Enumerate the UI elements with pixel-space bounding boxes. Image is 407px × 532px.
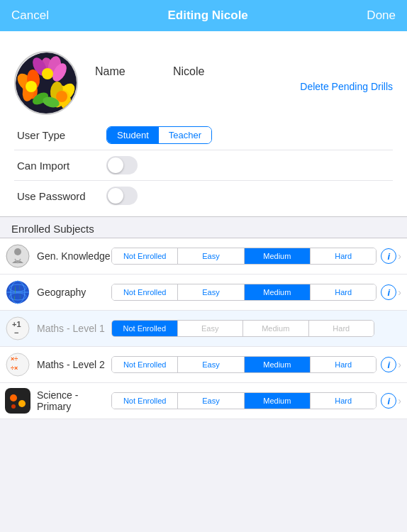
- maths-level2-icon: ×÷ ÷×: [4, 351, 31, 378]
- level-buttons[interactable]: Not EnrolledEasyMediumHard: [111, 284, 377, 301]
- delete-pending-drills-link[interactable]: Delete Pending Drills: [95, 81, 393, 92]
- user-type-label: User Type: [14, 129, 106, 141]
- info-button[interactable]: i: [381, 248, 396, 264]
- level-btn-hard[interactable]: Hard: [311, 393, 376, 409]
- form-section: User Type Student Teacher Can Import Use…: [14, 121, 393, 216]
- subjects-table: Gen. KnowledgeNot EnrolledEasyMediumHard…: [0, 238, 407, 419]
- use-password-row: Use Password: [14, 181, 393, 211]
- student-option[interactable]: Student: [107, 127, 159, 143]
- level-btn-not-enrolled[interactable]: Not Enrolled: [112, 248, 178, 264]
- profile-section: Name Nicole Delete Pending Drills User T…: [0, 31, 407, 216]
- subject-name: Maths - Level 2: [37, 359, 111, 370]
- level-buttons[interactable]: Not EnrolledEasyMediumHard: [111, 356, 377, 373]
- level-btn-medium[interactable]: Medium: [245, 393, 311, 409]
- chevron-right-icon: ›: [398, 395, 401, 406]
- level-btn-not-enrolled[interactable]: Not Enrolled: [112, 284, 178, 300]
- level-btn-hard[interactable]: Hard: [309, 321, 374, 336]
- svg-point-35: [18, 400, 26, 407]
- level-btn-medium[interactable]: Medium: [245, 248, 311, 264]
- svg-text:+1: +1: [12, 320, 21, 328]
- level-btn-easy[interactable]: Easy: [178, 248, 244, 264]
- page-title: Editing Nicole: [167, 9, 247, 23]
- level-buttons[interactable]: Not EnrolledEasyMediumHard: [111, 248, 377, 265]
- svg-point-18: [6, 245, 29, 267]
- chevron-right-icon: ›: [398, 250, 401, 262]
- user-type-row: User Type Student Teacher: [14, 121, 393, 150]
- enrolled-subjects-header: Enrolled Subjects: [0, 216, 407, 238]
- svg-rect-33: [5, 388, 30, 414]
- use-password-toggle[interactable]: [106, 187, 138, 205]
- can-import-row: Can Import: [14, 150, 393, 181]
- subject-row: +1 − Maths - Level 1Not EnrolledEasyMedi…: [0, 311, 407, 347]
- level-btn-hard[interactable]: Hard: [311, 357, 376, 372]
- subject-row: Gen. KnowledgeNot EnrolledEasyMediumHard…: [0, 238, 407, 275]
- svg-point-19: [14, 248, 21, 255]
- chevron-right-icon: ›: [398, 359, 401, 370]
- level-buttons[interactable]: Not EnrolledEasyMediumHard: [111, 320, 374, 337]
- level-btn-hard[interactable]: Hard: [311, 284, 376, 300]
- nav-bar: Cancel Editing Nicole Done: [0, 0, 407, 31]
- svg-point-34: [10, 394, 17, 401]
- level-btn-easy[interactable]: Easy: [178, 357, 244, 372]
- level-buttons[interactable]: Not EnrolledEasyMediumHard: [111, 392, 377, 409]
- name-value: Nicole: [173, 65, 204, 78]
- gen-knowledge-icon: [4, 243, 31, 270]
- subject-row: ×÷ ÷× Maths - Level 2Not EnrolledEasyMed…: [0, 347, 407, 383]
- cancel-button[interactable]: Cancel: [11, 9, 49, 23]
- level-btn-easy[interactable]: Easy: [178, 393, 244, 409]
- user-type-segmented[interactable]: Student Teacher: [106, 126, 212, 144]
- science-primary-icon: [4, 387, 31, 414]
- done-button[interactable]: Done: [367, 9, 396, 23]
- subject-name: Geography: [37, 287, 111, 298]
- avatar: [14, 51, 78, 115]
- level-btn-medium[interactable]: Medium: [245, 284, 311, 300]
- svg-text:×÷: ×÷: [11, 355, 18, 362]
- info-button[interactable]: i: [381, 284, 396, 300]
- level-btn-not-enrolled[interactable]: Not Enrolled: [112, 321, 178, 336]
- chevron-right-icon: ›: [398, 287, 401, 298]
- level-btn-medium[interactable]: Medium: [245, 357, 311, 372]
- geography-icon: [4, 279, 31, 306]
- teacher-option[interactable]: Teacher: [159, 127, 211, 143]
- info-button[interactable]: i: [381, 357, 396, 372]
- level-btn-hard[interactable]: Hard: [311, 248, 376, 264]
- maths-level1-icon: +1 −: [4, 315, 31, 342]
- svg-point-36: [11, 404, 16, 409]
- info-button[interactable]: i: [381, 393, 396, 409]
- level-btn-not-enrolled[interactable]: Not Enrolled: [112, 393, 178, 409]
- subject-row: GeographyNot EnrolledEasyMediumHardi›: [0, 275, 407, 311]
- name-label: Name: [95, 65, 173, 78]
- use-password-label: Use Password: [14, 190, 106, 202]
- svg-text:÷×: ÷×: [11, 365, 18, 372]
- subject-name: Gen. Knowledge: [37, 250, 111, 262]
- profile-info: Name Nicole Delete Pending Drills: [95, 51, 393, 92]
- can-import-label: Can Import: [14, 160, 106, 172]
- level-btn-not-enrolled[interactable]: Not Enrolled: [112, 357, 178, 372]
- level-btn-medium[interactable]: Medium: [243, 321, 309, 336]
- svg-point-10: [26, 81, 37, 92]
- svg-point-5: [42, 68, 53, 79]
- subject-row: Science - PrimaryNot EnrolledEasyMediumH…: [0, 383, 407, 419]
- subject-name: Science - Primary: [37, 389, 111, 412]
- level-btn-easy[interactable]: Easy: [178, 284, 244, 300]
- can-import-toggle[interactable]: [106, 156, 138, 174]
- svg-text:−: −: [14, 328, 18, 337]
- subject-name: Maths - Level 1: [37, 323, 111, 334]
- level-btn-easy[interactable]: Easy: [178, 321, 244, 336]
